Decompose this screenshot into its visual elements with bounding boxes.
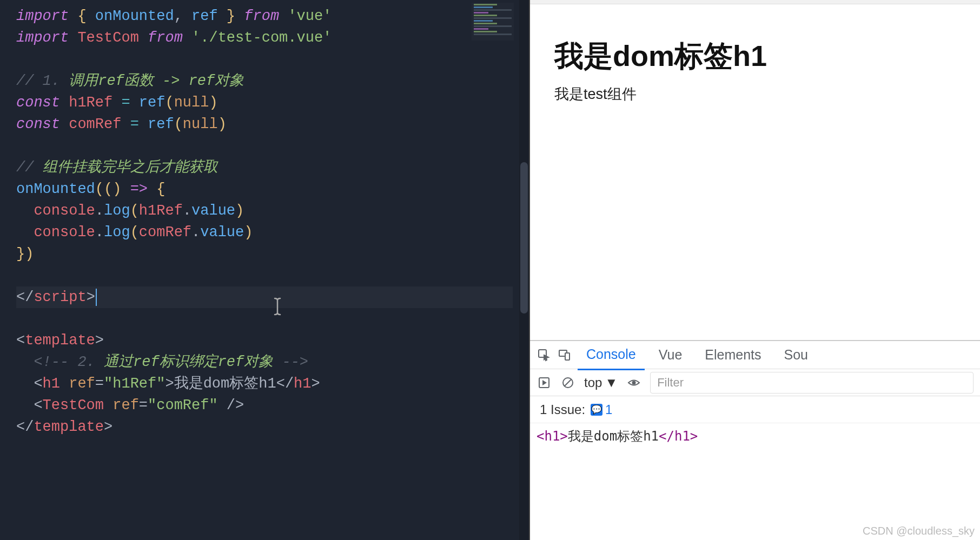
browser-pane: 我是dom标签h1 我是test组件 Console Vue Elements …	[529, 0, 980, 540]
svg-rect-2	[565, 353, 570, 360]
tab-elements[interactable]: Elements	[696, 341, 770, 369]
tab-vue[interactable]: Vue	[650, 341, 691, 369]
filter-input[interactable]: Filter	[650, 372, 974, 394]
svg-point-6	[632, 381, 636, 384]
live-expression-icon[interactable]	[626, 375, 641, 390]
code-line[interactable]: <TestCom ref="comRef" />	[16, 395, 513, 416]
code-line[interactable]: </template>	[16, 416, 513, 438]
context-dropdown-label: top	[584, 375, 602, 390]
execution-context-icon[interactable]	[537, 375, 552, 390]
code-line[interactable]: console.log(comRef.value)	[16, 222, 513, 243]
code-line-empty[interactable]	[16, 308, 513, 330]
editor-scrollbar[interactable]	[519, 0, 529, 540]
browser-toolbar	[530, 0, 980, 4]
clear-console-icon[interactable]	[560, 375, 575, 390]
issues-label: 1 Issue:	[540, 402, 585, 417]
code-area[interactable]: import { onMounted, ref } from 'vue' imp…	[0, 0, 529, 443]
devtools-tabs: Console Vue Elements Sou	[530, 341, 980, 369]
minimap[interactable]	[472, 3, 514, 41]
page-text: 我是test组件	[554, 84, 956, 104]
code-line-empty[interactable]	[16, 49, 513, 70]
svg-line-5	[565, 379, 571, 386]
toggle-device-icon[interactable]	[557, 348, 572, 363]
devtools: Console Vue Elements Sou top ▼ Filter 1 …	[530, 340, 980, 540]
watermark: CSDN @cloudless_sky	[863, 525, 975, 537]
code-line-empty[interactable]	[16, 135, 513, 157]
code-line[interactable]: // 组件挂载完毕之后才能获取	[16, 157, 513, 178]
code-line[interactable]: <template>	[16, 330, 513, 351]
code-line[interactable]: console.log(h1Ref.value)	[16, 200, 513, 222]
text-caret	[96, 289, 97, 306]
code-line[interactable]: import { onMounted, ref } from 'vue'	[16, 5, 513, 27]
devtools-console-output[interactable]: <h1>我是dom标签h1</h1>	[530, 423, 980, 540]
tab-console[interactable]: Console	[578, 340, 645, 370]
page-heading: 我是dom标签h1	[554, 37, 956, 76]
issue-count: 1	[605, 402, 612, 417]
code-line[interactable]: <!-- 2. 通过ref标识绑定ref对象 -->	[16, 351, 513, 373]
console-line[interactable]: <h1>我是dom标签h1</h1>	[537, 428, 974, 445]
code-line[interactable]: import TestCom from './test-com.vue'	[16, 27, 513, 49]
devtools-issues-bar[interactable]: 1 Issue: 💬 1	[530, 396, 980, 423]
code-editor-pane[interactable]: import { onMounted, ref } from 'vue' imp…	[0, 0, 529, 540]
code-line[interactable]: })	[16, 243, 513, 265]
code-line[interactable]: const comRef = ref(null)	[16, 114, 513, 135]
context-dropdown[interactable]: top ▼	[584, 375, 618, 390]
code-line[interactable]: onMounted(() => {	[16, 178, 513, 200]
devtools-controls: top ▼ Filter	[530, 369, 980, 396]
code-line[interactable]: const h1Ref = ref(null)	[16, 92, 513, 114]
page-content: 我是dom标签h1 我是test组件	[530, 4, 980, 340]
tab-sources[interactable]: Sou	[776, 341, 817, 369]
issue-icon: 💬	[591, 404, 602, 416]
code-line[interactable]: // 1. 调用ref函数 -> ref对象	[16, 70, 513, 92]
issue-badge[interactable]: 💬 1	[591, 402, 612, 417]
inspect-element-icon[interactable]	[537, 348, 552, 363]
scrollbar-thumb[interactable]	[520, 162, 528, 314]
code-line-empty[interactable]	[16, 265, 513, 286]
chevron-down-icon: ▼	[605, 375, 618, 390]
code-line-current[interactable]: </script>	[16, 286, 513, 308]
code-line[interactable]: <h1 ref="h1Ref">我是dom标签h1</h1>	[16, 373, 513, 395]
